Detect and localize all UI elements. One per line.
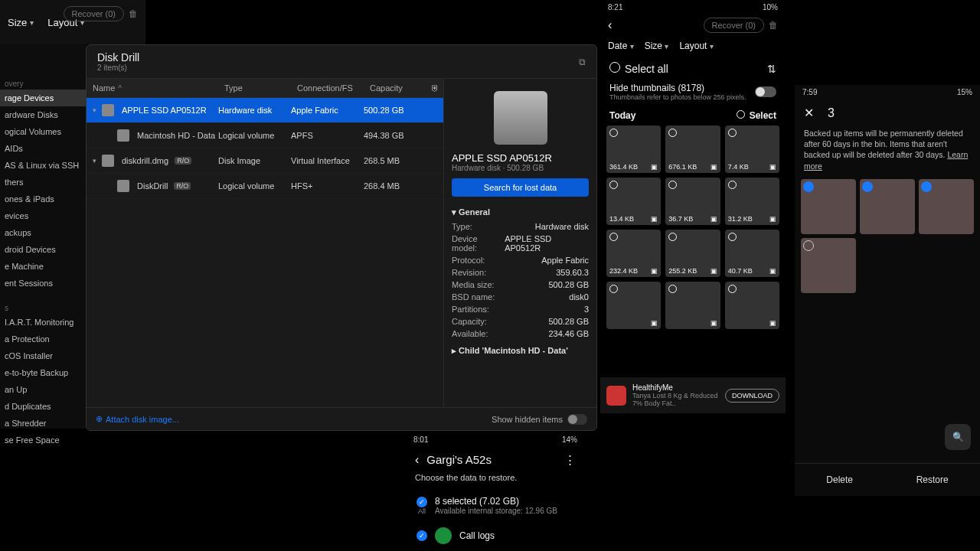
date-chip[interactable]: Date ▾: [608, 41, 634, 51]
drive-sub: Hardware disk · 500.28 GB: [452, 164, 589, 172]
bin-thumb[interactable]: [919, 179, 974, 234]
selected-count: 3: [828, 106, 835, 120]
zoom-icon[interactable]: 🔍: [945, 424, 971, 450]
size-chip[interactable]: Size ▾: [645, 41, 669, 51]
sidebar-tool[interactable]: e-to-byte Backup: [0, 364, 86, 381]
ad-banner[interactable]: HealthifyMeTanya Lost 8 Kg & Reduced 7% …: [600, 377, 786, 413]
bin-thumb[interactable]: [801, 179, 856, 234]
sidebar-item[interactable]: ones & iPads: [0, 191, 86, 207]
detail-row: Capacity:500.28 GB: [452, 315, 589, 328]
detail-row: BSD name:disk0: [452, 291, 589, 303]
restore-button[interactable]: Restore: [916, 474, 949, 485]
bookmark-icon[interactable]: ⧉: [579, 57, 586, 67]
sidebar-item[interactable]: ent Sessions: [0, 275, 86, 292]
calllog-label: Call logs: [459, 530, 495, 541]
detail-row: Protocol:Apple Fabric: [452, 254, 589, 266]
sidebar-item[interactable]: rage Devices: [0, 90, 86, 106]
photo-thumb[interactable]: 13.4 KB▣: [606, 178, 661, 225]
back-icon[interactable]: ‹: [608, 18, 612, 32]
sidebar-item[interactable]: ogical Volumes: [0, 123, 86, 140]
close-icon[interactable]: ✕: [804, 106, 814, 120]
photo-thumb[interactable]: 255.2 KB▣: [665, 230, 720, 277]
table-row[interactable]: ▾APPLE SSD AP0512RHardware diskApple Fab…: [87, 98, 443, 123]
col-conn[interactable]: Connection/FS: [291, 79, 364, 97]
general-section[interactable]: ▾ General: [452, 204, 589, 220]
size-chip[interactable]: Size▾: [8, 17, 34, 28]
all-checkbox[interactable]: ✓: [416, 497, 427, 507]
detail-row: Partitions:3: [452, 303, 589, 315]
delete-button[interactable]: Delete: [826, 474, 853, 485]
sort-icon[interactable]: ⇅: [767, 63, 776, 75]
sidebar-tool[interactable]: d Duplicates: [0, 398, 86, 415]
restore-subtitle: Choose the data to restore.: [406, 473, 585, 490]
sidebar-header: overy: [0, 75, 86, 90]
bin-thumb[interactable]: [860, 179, 915, 234]
col-cap[interactable]: Capacity: [364, 79, 425, 97]
attach-disk-image-button[interactable]: ⊕ Attach disk image...: [96, 414, 179, 424]
recover-button[interactable]: Recover (0): [704, 18, 764, 33]
search-lost-data-button[interactable]: Search for lost data: [452, 178, 589, 197]
table-row[interactable]: DiskDrill R/OLogical volumeHFS+268.4 MB: [87, 174, 443, 199]
table-row[interactable]: ▾diskdrill.dmg R/ODisk ImageVirtual Inte…: [87, 148, 443, 174]
sidebar-tool[interactable]: se Free Space: [0, 432, 86, 448]
sidebar-item[interactable]: e Machine: [0, 258, 86, 275]
phone-restore: 8:0114% ‹Gargi's A52s ⋮ Choose the data …: [406, 432, 585, 551]
device-name: Gargi's A52s: [426, 453, 492, 466]
photo-thumb[interactable]: 36.7 KB▣: [665, 178, 720, 225]
table-row[interactable]: Macintosh HD - DataLogical volumeAPFS494…: [87, 123, 443, 148]
sidebar-item[interactable]: ardware Disks: [0, 106, 86, 123]
sidebar-tool[interactable]: cOS Installer: [0, 347, 86, 364]
bin-message: Backed up items will be permanently dele…: [795, 126, 980, 179]
window-subtitle: 2 item(s): [97, 64, 139, 72]
bin-thumb[interactable]: [801, 238, 856, 293]
col-shield: ⛨: [425, 79, 443, 97]
sidebar-tools-header: s: [0, 299, 86, 314]
today-header: Today: [609, 110, 635, 121]
sidebar-item[interactable]: ackups: [0, 224, 86, 241]
back-icon[interactable]: ‹: [415, 453, 419, 466]
show-hidden-label: Show hidden items: [492, 415, 563, 424]
download-button[interactable]: DOWNLOAD: [725, 389, 779, 403]
photo-thumb[interactable]: ▣: [606, 282, 661, 329]
photo-thumb[interactable]: 361.4 KB▣: [606, 126, 661, 173]
recover-button[interactable]: Recover (0): [64, 6, 124, 21]
trash-icon[interactable]: 🗑: [769, 20, 778, 31]
phone-gallery: 8:2110% ‹ Recover (0) 🗑 Date ▾ Size ▾ La…: [600, 0, 786, 413]
photo-thumb[interactable]: 7.4 KB▣: [725, 126, 779, 173]
detail-row: Available:234.46 GB: [452, 328, 589, 340]
sidebar-tool[interactable]: an Up: [0, 381, 86, 398]
photo-thumb[interactable]: ▣: [665, 282, 720, 329]
sidebar: overy rage Devicesardware Disksogical Vo…: [0, 44, 86, 429]
drive-name: APPLE SSD AP0512R: [452, 152, 589, 164]
sidebar-item[interactable]: evices: [0, 207, 86, 224]
sidebar-tool[interactable]: I.A.R.T. Monitoring: [0, 314, 86, 331]
col-name[interactable]: Name ^: [87, 79, 218, 97]
sidebar-tool[interactable]: a Protection: [0, 331, 86, 347]
phone-icon: [435, 527, 452, 544]
photo-thumb[interactable]: 676.1 KB▣: [665, 126, 720, 173]
sidebar-item[interactable]: droid Devices: [0, 241, 86, 258]
photo-thumb[interactable]: 40.7 KB▣: [725, 230, 779, 277]
diskdrill-window: Disk Drill 2 item(s) ⧉ Name ^ Type Conne…: [86, 44, 597, 431]
trash-icon[interactable]: 🗑: [129, 8, 138, 19]
select-all[interactable]: Select all: [609, 62, 668, 75]
sidebar-tool[interactable]: a Shredder: [0, 415, 86, 432]
sidebar-item[interactable]: AIDs: [0, 140, 86, 157]
detail-row: Device model:APPLE SSD AP0512R: [452, 233, 589, 254]
more-icon[interactable]: ⋮: [564, 453, 576, 467]
hide-thumbnails-toggle[interactable]: [755, 86, 776, 97]
select-button[interactable]: Select: [737, 110, 776, 121]
col-type[interactable]: Type: [218, 79, 291, 97]
sidebar-item[interactable]: AS & Linux via SSH: [0, 157, 86, 174]
detail-row: Media size:500.28 GB: [452, 279, 589, 291]
photo-thumb[interactable]: 232.4 KB▣: [606, 230, 661, 277]
calllog-checkbox[interactable]: ✓: [416, 530, 427, 541]
detail-row: Type:Hardware disk: [452, 220, 589, 233]
layout-chip[interactable]: Layout ▾: [679, 41, 713, 51]
drive-icon: [494, 91, 547, 145]
photo-thumb[interactable]: ▣: [725, 282, 779, 329]
child-section[interactable]: ▸ Child 'Macintosh HD - Data': [452, 343, 589, 359]
show-hidden-toggle[interactable]: [567, 414, 587, 425]
photo-thumb[interactable]: 31.2 KB▣: [725, 178, 779, 225]
sidebar-item[interactable]: thers: [0, 174, 86, 191]
